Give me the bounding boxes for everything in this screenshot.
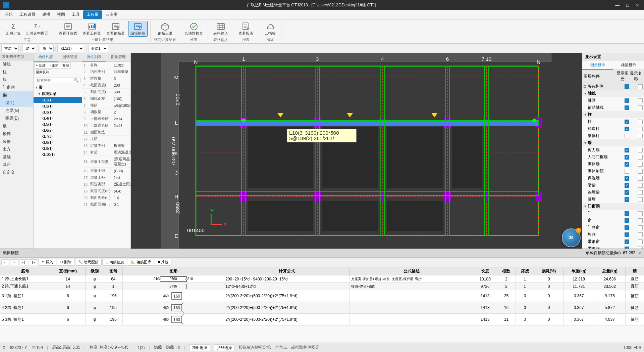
prop-value-6[interactable]: φ6@180(2) <box>112 102 130 109</box>
btn-view-calc[interactable]: 查看计算式 <box>57 21 79 36</box>
cb-curtain-wall-name[interactable] <box>638 197 643 202</box>
cb-insul-wall-show[interactable]: ✓ <box>625 176 629 181</box>
nav-item-other[interactable]: 其它 <box>0 161 33 169</box>
menu-item-工具[interactable]: 工具 <box>68 10 83 19</box>
nav-item-earth[interactable]: 土方 <box>0 145 33 153</box>
prop-value-9[interactable]: 2φ14 <box>112 122 130 129</box>
prop-value-10[interactable] <box>112 129 130 136</box>
prop-value-0[interactable]: L10(3) <box>112 62 130 69</box>
menu-item-开始[interactable]: 开始 <box>1 10 16 19</box>
collapse-beam[interactable]: ▼ <box>35 86 38 89</box>
prop-value-2[interactable]: 3 <box>112 75 130 82</box>
tree-item-KL3[interactable]: KL3(1) <box>34 109 82 115</box>
nav-item-beam-E[interactable]: 圈梁(E) <box>0 115 33 122</box>
prop-value-1[interactable]: 非框架梁 <box>112 69 130 75</box>
cb-window-name[interactable] <box>638 218 643 223</box>
cb-col-name[interactable] <box>638 120 643 124</box>
element-select[interactable]: KL1(1) KL2(1) <box>57 45 84 52</box>
prop-value-3[interactable]: 200 <box>112 82 130 89</box>
maximize-btn[interactable]: □ <box>624 2 631 8</box>
btn-summary-selected[interactable]: Σ↗ 汇总选中图元 <box>24 21 50 36</box>
btn-legal-check[interactable]: 合法性检查 <box>182 21 205 36</box>
cb-struc-col-show[interactable]: ✓ <box>625 127 629 131</box>
rebar-row-0[interactable]: 1 跨.上通长筋1 14 φ 64 210 9760 210 200~20+15… <box>0 275 644 283</box>
tree-item-KL4[interactable]: KL4(1) <box>34 115 82 121</box>
nav-item-stair[interactable]: 楼梯 <box>0 130 33 138</box>
globe-widget[interactable]: 36 0 <box>562 228 581 247</box>
layer-select[interactable]: 分层1 分层2 <box>88 45 108 52</box>
btn-view-report[interactable]: 查看报表 <box>236 21 255 36</box>
cb-wall-hole-name[interactable] <box>638 232 643 237</box>
prop-value-16[interactable]: (元) <box>112 174 130 181</box>
nav-item-opening[interactable]: 门窗洞 <box>0 84 33 91</box>
type-select-2[interactable]: 梁 柱 <box>40 45 54 52</box>
cb-curtain-wall-show[interactable]: ✓ <box>625 197 629 202</box>
btn-rebar-lib[interactable]: 📐 钢筋图库 <box>128 259 154 266</box>
close-btn[interactable]: ✕ <box>634 2 641 8</box>
rebar-row-4[interactable]: 5 3跨. 箍筋1 6 φ 195 460 160 2*((200-2*20)+… <box>0 314 644 325</box>
cb-all-show[interactable]: ✓ <box>625 84 629 89</box>
cb-shear-wall-show[interactable]: ✓ <box>625 148 629 152</box>
nav-item-custom[interactable]: 自定义 <box>0 169 33 176</box>
btn-prev[interactable]: < <box>1 259 9 265</box>
cb-wall-hole-show[interactable]: ✓ <box>625 232 629 237</box>
cb-defense-wall-name[interactable] <box>638 155 643 160</box>
btn-other[interactable]: ■ 其他 <box>155 259 172 266</box>
tree-item-KL9[interactable]: KL9(1) <box>34 145 82 151</box>
canvas-area[interactable]: N N M L K J H E 1 3 4 <box>131 53 582 249</box>
cb-masonry-wall-name[interactable] <box>638 162 643 167</box>
collapse-frame-beam[interactable]: ▼ <box>38 92 41 96</box>
cb-door-show[interactable]: ✓ <box>625 211 629 216</box>
prop-value-15[interactable]: (C30) <box>112 168 130 174</box>
tree-item-KL1[interactable]: KL1(1) <box>34 97 82 103</box>
prop-value-11[interactable] <box>112 136 130 142</box>
collapse-axis[interactable]: ▼ <box>584 92 587 95</box>
cb-defense-wall-show[interactable]: ✓ <box>625 155 629 160</box>
cb-masonry-reinf-name[interactable] <box>638 169 643 174</box>
cb-strip-window-show[interactable]: ✓ <box>625 239 629 244</box>
minimize-btn[interactable]: — <box>613 2 622 8</box>
btn-total-calc[interactable]: Σ 汇总计算 <box>4 21 23 36</box>
btn-rebar-3d[interactable]: 钢筋三维 <box>156 21 174 36</box>
cb-window-show[interactable]: ✓ <box>625 218 629 223</box>
nav-item-foundation[interactable]: 基础 <box>0 153 33 161</box>
nav-item-beam-G[interactable]: 连梁(G) <box>0 107 33 115</box>
nav-item-beam-L[interactable]: 梁(L) <box>0 99 33 107</box>
tab-layer-manage[interactable]: 图层管理 <box>106 53 130 61</box>
btn-view-qty[interactable]: 查看工程量 <box>80 21 103 36</box>
tree-item-KL6[interactable]: KL6(2) <box>34 127 82 133</box>
prop-value-7[interactable]: 2 <box>112 109 130 116</box>
cb-masonry-reinf-show[interactable] <box>625 169 629 174</box>
nav-item-beam[interactable]: 梁 <box>0 91 33 99</box>
btn-last[interactable]: |> <box>29 259 38 265</box>
rebar-row-3[interactable]: 4 2跨. 箍筋1 6 φ 195 460 160 2*((200-2*20)+… <box>0 302 644 314</box>
cb-conn-wall-beam-name[interactable] <box>638 190 643 195</box>
cb-shear-wall-name[interactable] <box>638 148 643 152</box>
tree-item-KL5[interactable]: KL5(1) <box>34 121 82 127</box>
btn-delete-component[interactable]: - 删除 <box>48 62 60 69</box>
cb-strip-window-name[interactable] <box>638 239 643 244</box>
menu-item-云应用[interactable]: 云应用 <box>102 10 121 19</box>
tab-props-list[interactable]: 属性列表 <box>82 53 106 61</box>
btn-view-rebar[interactable]: φ 查看钢筋量 <box>104 21 127 36</box>
collapse-opening[interactable]: ▼ <box>584 205 587 208</box>
btn-floor-copy-component[interactable]: 层间复制 <box>34 69 51 75</box>
nav-item-decor[interactable]: 装修 <box>0 138 33 145</box>
prop-value-17[interactable]: (混凝土泵) <box>112 181 130 188</box>
prop-value-14[interactable]: (泵送商品混凝土) <box>112 156 130 168</box>
prop-value-5[interactable]: (100) <box>112 95 130 102</box>
tree-item-KL7[interactable]: KL7(3) <box>34 133 82 139</box>
btn-cloud-index[interactable]: 云指标 <box>262 21 278 36</box>
prop-value-12[interactable]: 板底梁 <box>112 142 130 149</box>
prop-value-18[interactable]: (4.4) <box>112 188 130 194</box>
menu-item-工程量[interactable]: 工程量 <box>83 10 102 19</box>
btn-delete-row[interactable]: ✂ 删除 <box>57 259 74 266</box>
btn-rebar-info[interactable]: ⊞ 钢筋信息 <box>102 259 127 266</box>
cb-grid-name[interactable] <box>638 98 643 103</box>
menu-item-建模[interactable]: 建模 <box>39 10 54 19</box>
component-search-input[interactable] <box>37 78 74 82</box>
btn-copy-component[interactable]: 复制 <box>61 62 71 69</box>
cb-dark-beam-name[interactable] <box>638 183 643 188</box>
cb-grid-show[interactable]: ✓ <box>625 98 629 103</box>
btn-first[interactable]: <| <box>19 259 28 265</box>
